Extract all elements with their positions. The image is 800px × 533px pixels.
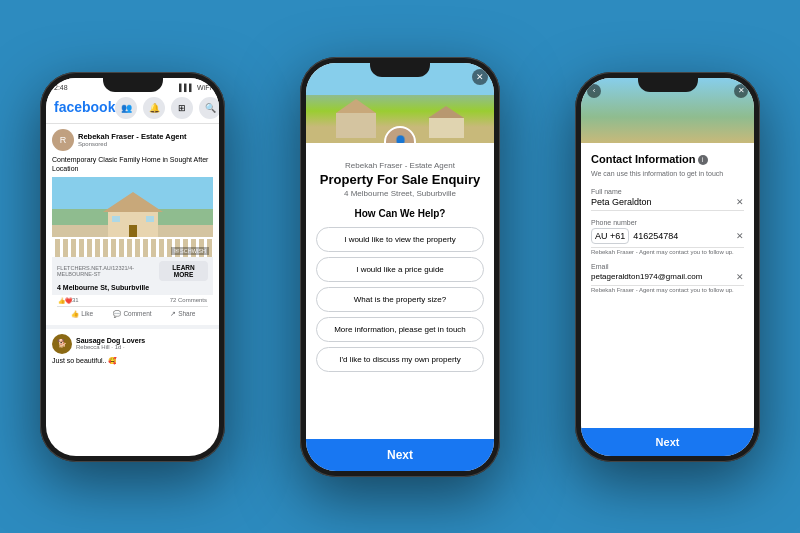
- clear-phone-icon[interactable]: ✕: [736, 231, 744, 241]
- email-field: Email petageraldton1974@gmail.com ✕ Rebe…: [591, 263, 744, 293]
- fb-post-info: FLETCHERS.NET.AU/12321/4-MELBOURNE-ST LE…: [57, 261, 208, 281]
- back-icon: ‹: [593, 86, 596, 95]
- phone2-frame: ✕ 👤 Rebekah Fraser - Estate Agent Proper…: [300, 57, 500, 477]
- signal-icon: ▌▌▌: [179, 84, 194, 91]
- phone3-title: Contact Information: [591, 153, 696, 165]
- house-shape: [103, 192, 163, 237]
- share-icon: ↗: [170, 310, 176, 318]
- phone3-description: We can use this information to get in to…: [591, 169, 744, 178]
- phone-note: Rebekah Fraser - Agent may contact you t…: [591, 249, 744, 255]
- house-window-right: [146, 216, 154, 222]
- like-emoji: 👍❤️: [58, 297, 72, 304]
- comment-label: Comment: [123, 310, 151, 317]
- email-value[interactable]: petageraldton1974@gmail.com ✕: [591, 272, 744, 286]
- fb-post: R Rebekah Fraser - Estate Agent Sponsore…: [46, 124, 219, 325]
- phone3-body: Contact Information i We can use this in…: [581, 143, 754, 309]
- phone2-body: Rebekah Fraser - Estate Agent Property F…: [306, 143, 494, 386]
- phone-number-field: Phone number AU +61 416254784 ✕ Rebekah …: [591, 219, 744, 255]
- option-btn-5[interactable]: I'd like to discuss my own property: [316, 347, 484, 372]
- phone2-agent-name: Rebekah Fraser - Estate Agent: [316, 161, 484, 170]
- comment-icon: 💬: [113, 310, 121, 318]
- full-name-text: Peta Geraldton: [591, 197, 652, 207]
- fb-nav: 👥 🔔 ⊞ 🔍 ☰: [115, 97, 219, 119]
- grid-icon[interactable]: ⊞: [171, 97, 193, 119]
- phone-value[interactable]: AU +61 416254784 ✕: [591, 228, 744, 248]
- brand-tag: ✉ SCHWISH: [171, 247, 210, 255]
- close-icon: ✕: [738, 86, 745, 95]
- bell-icon[interactable]: 🔔: [143, 97, 165, 119]
- full-name-field: Full name Peta Geraldton ✕: [591, 188, 744, 211]
- phone2-address: 4 Melbourne Street, Suburbville: [316, 189, 484, 198]
- phone3-screen: ✕ ‹ Contact Information i We can use thi…: [581, 78, 754, 456]
- phone3-close-button[interactable]: ✕: [734, 84, 748, 98]
- phone-row: AU +61 416254784: [591, 228, 678, 244]
- next-post-header: 🐕 Sausage Dog Lovers Rebecca Hill · 1d ·: [52, 334, 213, 354]
- like-icon: 👍: [71, 310, 79, 318]
- facebook-logo: facebook: [54, 99, 115, 115]
- phone2-close-button[interactable]: ✕: [472, 69, 488, 85]
- wifi-icon: WiFi: [197, 84, 211, 91]
- option-btn-1[interactable]: I would like to view the property: [316, 227, 484, 252]
- option-btn-2[interactable]: I would like a price guide: [316, 257, 484, 282]
- fb-post-header: R Rebekah Fraser - Estate Agent Sponsore…: [52, 129, 213, 151]
- like-action[interactable]: 👍 Like: [57, 310, 107, 318]
- house-body: [108, 212, 158, 237]
- fb-status-icons: ▌▌▌ WiFi: [179, 84, 211, 91]
- clear-email-icon[interactable]: ✕: [736, 272, 744, 282]
- people-icon[interactable]: 👥: [115, 97, 137, 119]
- full-name-value[interactable]: Peta Geraldton ✕: [591, 197, 744, 211]
- fb-post-actions: 👍 Like 💬 Comment ↗ Share: [57, 306, 208, 320]
- fb-time: 2:48: [54, 84, 68, 91]
- house-image: ✉ SCHWISH: [52, 177, 213, 257]
- phone-label: Phone number: [591, 219, 744, 226]
- like-label: Like: [81, 310, 93, 317]
- next-post-avatar: 🐕: [52, 334, 72, 354]
- phone1-screen: 2:48 ▌▌▌ WiFi facebook 👥 🔔 ⊞ 🔍 ☰: [46, 78, 219, 456]
- close-icon: ✕: [476, 72, 484, 82]
- agent-avatar: R: [52, 129, 74, 151]
- fb-post-footer: FLETCHERS.NET.AU/12321/4-MELBOURNE-ST LE…: [52, 257, 213, 295]
- house-roof: [103, 192, 163, 212]
- info-icon: i: [698, 155, 708, 165]
- learn-more-button[interactable]: LEARN MORE: [159, 261, 208, 281]
- next-post-meta: Sausage Dog Lovers Rebecca Hill · 1d ·: [76, 337, 145, 350]
- next-post-time: Rebecca Hill · 1d ·: [76, 344, 145, 350]
- house-door: [129, 225, 137, 237]
- phone1-frame: 2:48 ▌▌▌ WiFi facebook 👥 🔔 ⊞ 🔍 ☰: [40, 72, 225, 462]
- phone2-question: How Can We Help?: [316, 208, 484, 219]
- phone3-next-button[interactable]: Next: [581, 428, 754, 456]
- option-btn-4[interactable]: More information, please get in touch: [316, 317, 484, 342]
- country-code[interactable]: AU +61: [591, 228, 629, 244]
- search-icon[interactable]: 🔍: [199, 97, 219, 119]
- phones-container: 2:48 ▌▌▌ WiFi facebook 👥 🔔 ⊞ 🔍 ☰: [20, 12, 780, 522]
- share-label: Share: [178, 310, 195, 317]
- email-label: Email: [591, 263, 744, 270]
- option-btn-3[interactable]: What is the property size?: [316, 287, 484, 312]
- email-note: Rebekah Fraser - Agent may contact you t…: [591, 287, 744, 293]
- phone2-screen: ✕ 👤 Rebekah Fraser - Estate Agent Proper…: [306, 63, 494, 471]
- next-post: 🐕 Sausage Dog Lovers Rebecca Hill · 1d ·…: [46, 325, 219, 370]
- fb-post-meta: Rebekah Fraser - Estate Agent Sponsored: [78, 132, 187, 147]
- share-action[interactable]: ↗ Share: [158, 310, 208, 318]
- sponsored-label: Sponsored: [78, 141, 187, 147]
- phone2-next-button[interactable]: Next: [306, 439, 494, 471]
- clear-name-icon[interactable]: ✕: [736, 197, 744, 207]
- comment-action[interactable]: 💬 Comment: [107, 310, 157, 318]
- phone-number-text: 416254784: [633, 231, 678, 241]
- post-address: 4 Melbourne St, Suburbville: [57, 284, 208, 291]
- reactions-count: 31: [72, 297, 79, 303]
- fb-reactions: 👍❤️ 31 72 Comments: [52, 295, 213, 306]
- agent-name: Rebekah Fraser - Estate Agent: [78, 132, 187, 141]
- phone3-back-button[interactable]: ‹: [587, 84, 601, 98]
- phone3-notch: [638, 78, 698, 92]
- phone2-title: Property For Sale Enquiry: [316, 172, 484, 188]
- comments-count: 72 Comments: [170, 297, 207, 303]
- phone2-notch: [370, 63, 430, 77]
- next-post-name: Sausage Dog Lovers: [76, 337, 145, 344]
- email-text: petageraldton1974@gmail.com: [591, 272, 702, 281]
- phone1-notch: [103, 78, 163, 92]
- phone3-frame: ✕ ‹ Contact Information i We can use thi…: [575, 72, 760, 462]
- next-post-text: Just so beautiful.. 🥰: [52, 357, 213, 365]
- post-url: FLETCHERS.NET.AU/12321/4-MELBOURNE-ST: [57, 265, 159, 277]
- house-window-left: [112, 216, 120, 222]
